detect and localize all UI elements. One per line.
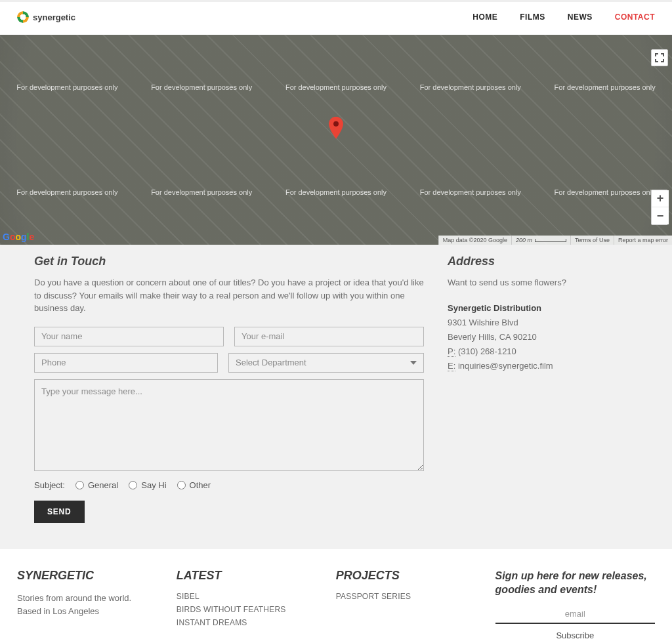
address-email: E: inquiries@synergetic.film — [448, 359, 638, 373]
email-abbr: E: — [448, 361, 455, 371]
subject-other[interactable]: Other — [177, 480, 211, 490]
map-zoom-control: + − — [651, 190, 668, 225]
subject-row: Subject: General Say Hi Other — [34, 480, 424, 490]
latest-link[interactable]: SIBEL — [177, 592, 310, 601]
department-select[interactable]: Select Department — [228, 353, 424, 373]
fullscreen-icon — [655, 53, 664, 62]
contact-title: Get in Touch — [34, 255, 424, 268]
google-logo: Google — [3, 232, 34, 242]
address-col: Address Want to send us some flowers? Sy… — [448, 255, 638, 523]
map[interactable]: For development purposes only For develo… — [0, 35, 672, 245]
subscribe-button[interactable]: Subscribe — [556, 631, 594, 640]
message-input[interactable] — [34, 379, 424, 471]
map-fullscreen-button[interactable] — [651, 49, 668, 66]
project-link[interactable]: PASSPORT SERIES — [336, 592, 469, 601]
nav-films[interactable]: FILMS — [520, 12, 545, 22]
footer-projects: PROJECTS PASSPORT SERIES — [336, 569, 469, 605]
map-zoom-out-button[interactable]: − — [652, 207, 669, 224]
svg-point-0 — [333, 121, 339, 127]
map-data-source: Map data ©2020 Google — [438, 236, 511, 245]
map-pin-icon — [329, 117, 343, 141]
main-nav: HOME FILMS NEWS CONTACT — [472, 12, 655, 22]
nav-contact[interactable]: CONTACT — [615, 12, 655, 22]
map-zoom-in-button[interactable]: + — [652, 190, 669, 207]
subject-general[interactable]: General — [75, 480, 118, 490]
address-title: Address — [448, 255, 638, 268]
logo[interactable]: synergetic — [17, 11, 75, 23]
contact-section: Get in Touch Do you have a question or c… — [0, 245, 672, 549]
site-header: synergetic HOME FILMS NEWS CONTACT — [0, 0, 672, 35]
phone-abbr: P: — [448, 346, 455, 357]
footer-signup: Sign up here for new releases, goodies a… — [495, 569, 655, 642]
subject-sayhi[interactable]: Say Hi — [129, 480, 166, 490]
footer-email-input[interactable] — [495, 605, 655, 624]
map-scale: 200 m — [511, 236, 570, 245]
send-button[interactable]: SEND — [34, 501, 85, 523]
map-terms-link[interactable]: Terms of Use — [575, 237, 610, 243]
nav-news[interactable]: NEWS — [568, 12, 593, 22]
address-block: Synergetic Distribution 9301 Wilshire Bl… — [448, 301, 638, 373]
address-street: 9301 Wilshire Blvd — [448, 316, 638, 330]
logo-text: synergetic — [33, 12, 75, 22]
name-input[interactable] — [34, 327, 224, 346]
logo-icon — [17, 11, 29, 23]
address-lead: Want to send us some flowers? — [448, 276, 638, 289]
map-attribution: Map data ©2020 Google 200 m Terms of Use… — [438, 236, 672, 245]
contact-form: Get in Touch Do you have a question or c… — [34, 255, 424, 523]
email-input[interactable] — [234, 327, 424, 346]
phone-input[interactable] — [34, 353, 218, 373]
footer-about: SYNERGETIC Stories from around the world… — [17, 569, 150, 619]
address-city: Beverly Hills, CA 90210 — [448, 330, 638, 344]
site-footer: SYNERGETIC Stories from around the world… — [0, 549, 672, 642]
subject-label: Subject: — [34, 480, 65, 490]
latest-link[interactable]: INSTANT DREAMS — [177, 618, 310, 627]
contact-intro: Do you have a question or concern about … — [34, 276, 424, 315]
address-phone: P: (310) 268-1210 — [448, 344, 638, 359]
nav-home[interactable]: HOME — [472, 12, 497, 22]
map-report-link[interactable]: Report a map error — [618, 237, 668, 243]
latest-link[interactable]: BIRDS WITHOUT FEATHERS — [177, 605, 310, 614]
address-company: Synergetic Distribution — [448, 301, 638, 316]
footer-latest: LATEST SIBEL BIRDS WITHOUT FEATHERS INST… — [177, 569, 310, 631]
